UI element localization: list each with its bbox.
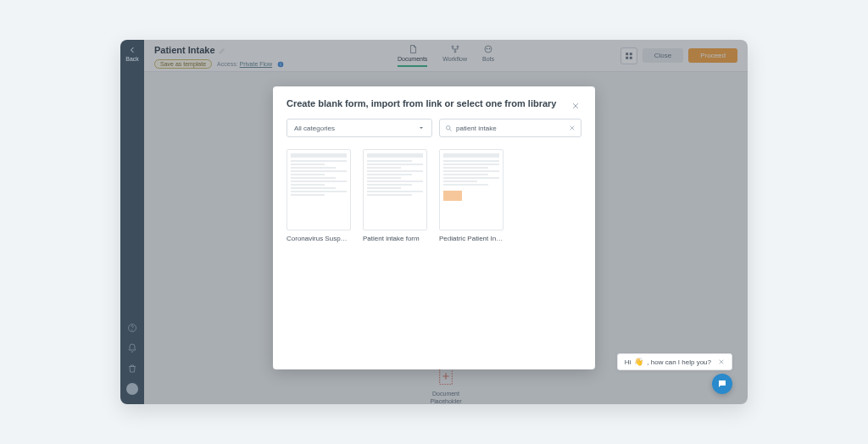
svg-point-16 [447, 125, 451, 130]
help-icon[interactable] [126, 322, 138, 334]
template-thumbnail [287, 149, 351, 230]
modal-close-button[interactable] [571, 98, 581, 108]
template-label: Coronavirus Suspec… [287, 235, 351, 242]
back-button[interactable]: Back [125, 45, 139, 62]
chat-fab[interactable] [712, 374, 732, 394]
template-thumbnail [439, 149, 504, 230]
app-frame: Back Patient Intake Save as template Acc… [120, 40, 748, 404]
back-label: Back [125, 56, 139, 62]
close-icon [571, 102, 580, 110]
template-thumbnail [363, 149, 427, 230]
chat-icon [717, 379, 727, 389]
template-card[interactable]: Patient intake form [363, 149, 427, 242]
chevron-left-icon [127, 45, 137, 55]
side-rail: Back [120, 40, 144, 404]
wave-icon: 👋 [634, 358, 643, 366]
close-icon[interactable] [718, 358, 725, 365]
template-label: Patient intake form [363, 235, 427, 242]
modal-title: Create blank form, import from link or s… [287, 98, 571, 108]
form-library-modal: Create blank form, import from link or s… [273, 86, 595, 369]
search-icon [445, 125, 453, 132]
chevron-down-icon [418, 125, 425, 131]
template-label: Pediatric Patient Int… [439, 235, 504, 242]
chat-greeting-pill[interactable]: Hi 👋 , how can I help you? [617, 353, 732, 370]
clear-search-icon[interactable] [569, 125, 576, 131]
search-input[interactable] [456, 125, 565, 132]
template-card[interactable]: Pediatric Patient Int… [439, 149, 504, 242]
svg-point-1 [132, 330, 133, 330]
search-box [439, 119, 581, 137]
template-card[interactable]: Coronavirus Suspec… [287, 149, 351, 242]
avatar[interactable] [126, 383, 138, 395]
trash-icon[interactable] [126, 363, 138, 375]
bell-icon[interactable] [126, 342, 138, 354]
results-grid: Coronavirus Suspec… Patient intake form … [287, 149, 581, 242]
category-select[interactable]: All categories [287, 119, 432, 137]
